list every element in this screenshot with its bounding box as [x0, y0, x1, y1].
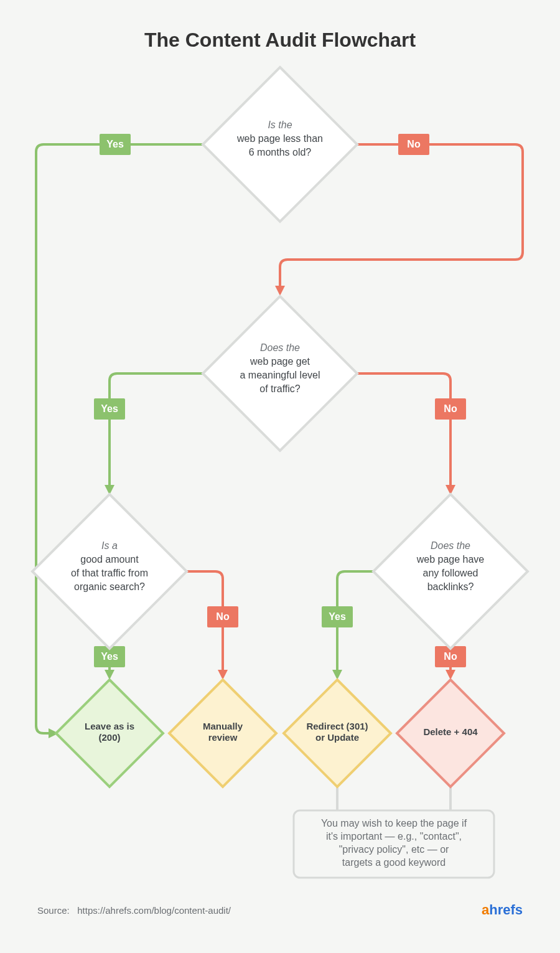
svg-text:good amount: good amount	[80, 554, 139, 565]
decision-q3: Is a good amount of that traffic from or…	[32, 494, 187, 649]
svg-text:targets a good keyword: targets a good keyword	[342, 857, 446, 868]
note-box: You may wish to keep the page if it's im…	[294, 810, 494, 878]
arrow-q1-no	[275, 286, 285, 296]
svg-text:Leave as is: Leave as is	[85, 721, 134, 731]
svg-text:a meaningful level: a meaningful level	[240, 370, 320, 380]
label-q3-yes: Yes	[101, 651, 118, 662]
footer: Source: https://ahrefs.com/blog/content-…	[37, 902, 523, 918]
svg-text:6 months old?: 6 months old?	[249, 147, 312, 157]
edge-q1-yes	[36, 144, 203, 733]
svg-text:Does the: Does the	[260, 342, 300, 353]
label-q1-yes: Yes	[106, 139, 124, 149]
svg-text:Is a: Is a	[101, 540, 118, 551]
outcome-redirect: Redirect (301) or Update	[284, 680, 391, 787]
source-url: https://ahrefs.com/blog/content-audit/	[77, 905, 231, 916]
svg-text:web page get: web page get	[250, 356, 310, 367]
outcome-delete: Delete + 404	[397, 680, 504, 787]
brand-a: a	[482, 902, 489, 918]
edge-q2-no	[357, 373, 450, 485]
svg-text:of that traffic from: of that traffic from	[71, 568, 148, 578]
svg-text:Redirect (301): Redirect (301)	[306, 721, 368, 731]
svg-text:or Update: or Update	[315, 732, 359, 743]
decision-q1: Is the web page less than 6 months old?	[203, 67, 357, 222]
svg-text:You may wish to keep the page : You may wish to keep the page if	[321, 818, 467, 829]
brand-rest: hrefs	[489, 902, 523, 918]
edge-q2-yes	[110, 373, 203, 485]
svg-text:it's important  — e.g., "conta: it's important — e.g., "contact",	[326, 831, 462, 842]
outcome-review: Manually review	[169, 680, 276, 787]
svg-text:any followed: any followed	[423, 568, 478, 578]
outcome-leave: Leave as is (200)	[56, 680, 163, 787]
svg-marker-0	[203, 67, 357, 222]
source-label: Source:	[37, 905, 70, 916]
decision-q4: Does the web page have any followed back…	[373, 494, 528, 649]
label-q2-yes: Yes	[101, 403, 118, 414]
label-q4-no: No	[444, 651, 457, 662]
brand-logo: ahrefs	[482, 902, 523, 918]
label-q4-yes: Yes	[329, 611, 346, 622]
source-line: Source: https://ahrefs.com/blog/content-…	[37, 905, 231, 916]
svg-text:Does the: Does the	[431, 540, 470, 551]
flowchart-canvas: Yes No No Yes Yes No Yes No Is the web p…	[0, 0, 560, 953]
decision-q2: Does the web page get a meaningful level…	[203, 296, 357, 451]
svg-text:"privacy policy", etc — or: "privacy policy", etc — or	[339, 844, 449, 855]
svg-text:organic search?: organic search?	[74, 581, 145, 592]
svg-text:Manually: Manually	[203, 721, 243, 731]
label-q1-no: No	[407, 139, 421, 149]
svg-text:Delete + 404: Delete + 404	[423, 726, 478, 737]
svg-text:web page less than: web page less than	[236, 133, 323, 144]
svg-text:Is the: Is the	[268, 120, 292, 130]
svg-text:of traffic?: of traffic?	[259, 383, 301, 394]
svg-text:backlinks?: backlinks?	[427, 581, 474, 592]
svg-text:web page have: web page have	[416, 554, 485, 565]
label-q2-no: No	[444, 403, 457, 414]
svg-text:(200): (200)	[98, 732, 120, 743]
svg-text:review: review	[208, 732, 238, 743]
label-q3-no: No	[216, 611, 230, 622]
